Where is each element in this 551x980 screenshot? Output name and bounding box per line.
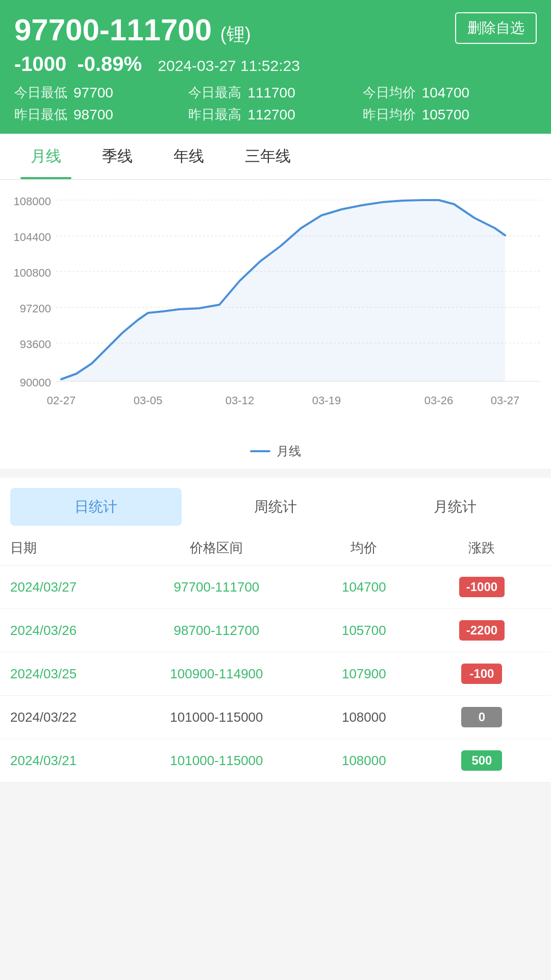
header-top: 97700-111700 (锂) 删除自选 bbox=[14, 12, 537, 47]
change-badge: -2200 bbox=[459, 620, 505, 641]
stat-today-high: 今日最高 111700 bbox=[188, 84, 362, 102]
cell-avg: 104700 bbox=[305, 579, 423, 595]
table-row: 2024/03/25 100900-114900 107900 -100 bbox=[0, 652, 551, 696]
svg-text:03-19: 03-19 bbox=[312, 394, 341, 407]
chart-legend: 月线 bbox=[5, 435, 546, 463]
change-badge: 0 bbox=[461, 707, 502, 727]
cell-range: 101000-115000 bbox=[128, 709, 305, 725]
change-value: -1000 bbox=[14, 53, 66, 75]
tab-yearly[interactable]: 年线 bbox=[153, 134, 224, 179]
cell-range: 101000-115000 bbox=[128, 753, 305, 769]
stat-today-low: 今日最低 97700 bbox=[14, 84, 188, 102]
table-row: 2024/03/21 101000-115000 108000 500 bbox=[0, 739, 551, 782]
table-wrap: 日期 价格区间 均价 涨跌 2024/03/27 97700-111700 10… bbox=[0, 531, 551, 782]
legend-line-icon bbox=[250, 450, 270, 452]
cell-avg: 107900 bbox=[305, 666, 423, 682]
stat-label: 今日均价 bbox=[363, 84, 416, 102]
svg-text:100800: 100800 bbox=[14, 266, 51, 279]
stat-yest-avg: 昨日均价 105700 bbox=[363, 106, 537, 124]
svg-text:03-05: 03-05 bbox=[134, 394, 162, 407]
cell-range: 100900-114900 bbox=[128, 666, 305, 682]
header-change: -1000 -0.89% 2024-03-27 11:52:23 bbox=[14, 53, 537, 76]
tab-monthly[interactable]: 月线 bbox=[10, 134, 82, 179]
stats-tab-monthly[interactable]: 月统计 bbox=[369, 488, 541, 526]
stat-label: 昨日均价 bbox=[363, 106, 416, 124]
header-title: 97700-111700 (锂) bbox=[14, 12, 251, 47]
change-badge: -1000 bbox=[459, 577, 505, 597]
cell-date: 2024/03/25 bbox=[10, 666, 128, 682]
stats-section: 日统计 周统计 月统计 日期 价格区间 均价 涨跌 2024/03/27 977… bbox=[0, 478, 551, 782]
cell-avg: 108000 bbox=[305, 709, 423, 725]
legend-label: 月线 bbox=[277, 443, 301, 459]
cell-date: 2024/03/22 bbox=[10, 709, 128, 725]
chart-svg: 108000 104400 100800 97200 93600 90000 0… bbox=[5, 190, 546, 435]
table-row: 2024/03/22 101000-115000 108000 0 bbox=[0, 696, 551, 739]
stat-value: 98700 bbox=[73, 107, 113, 123]
stat-value: 104700 bbox=[422, 85, 469, 101]
price-range: 97700-111700 bbox=[14, 13, 212, 47]
delete-button[interactable]: 删除自选 bbox=[455, 12, 537, 44]
stats-tab-daily[interactable]: 日统计 bbox=[10, 488, 182, 526]
stat-yest-low: 昨日最低 98700 bbox=[14, 106, 188, 124]
svg-text:108000: 108000 bbox=[14, 195, 51, 208]
chart-fill bbox=[61, 200, 505, 381]
stat-value: 112700 bbox=[247, 107, 295, 123]
cell-change: 0 bbox=[423, 707, 541, 727]
cell-date: 2024/03/26 bbox=[10, 623, 128, 639]
col-date: 日期 bbox=[10, 539, 128, 557]
svg-text:03-27: 03-27 bbox=[491, 394, 519, 407]
datetime: 2024-03-27 11:52:23 bbox=[158, 57, 300, 74]
table-row: 2024/03/27 97700-111700 104700 -1000 bbox=[0, 566, 551, 609]
table-row: 2024/03/26 98700-112700 105700 -2200 bbox=[0, 609, 551, 652]
stat-yest-high: 昨日最高 112700 bbox=[188, 106, 362, 124]
header-stats: 今日最低 97700 今日最高 111700 今日均价 104700 昨日最低 … bbox=[14, 84, 537, 124]
svg-text:93600: 93600 bbox=[20, 338, 51, 351]
header: 97700-111700 (锂) 删除自选 -1000 -0.89% 2024-… bbox=[0, 0, 551, 134]
cell-range: 98700-112700 bbox=[128, 623, 305, 639]
col-change: 涨跌 bbox=[423, 539, 541, 557]
cell-range: 97700-111700 bbox=[128, 579, 305, 595]
cell-date: 2024/03/27 bbox=[10, 579, 128, 595]
svg-text:97200: 97200 bbox=[20, 302, 51, 315]
stat-value: 97700 bbox=[73, 85, 113, 101]
stat-label: 昨日最低 bbox=[14, 106, 67, 124]
tab-quarterly[interactable]: 季线 bbox=[82, 134, 153, 179]
cell-avg: 108000 bbox=[305, 753, 423, 769]
cell-change: -2200 bbox=[423, 620, 541, 641]
cell-change: -1000 bbox=[423, 577, 541, 597]
cell-change: 500 bbox=[423, 750, 541, 771]
stats-tab-weekly[interactable]: 周统计 bbox=[190, 488, 361, 526]
col-avg: 均价 bbox=[305, 539, 423, 557]
table-header: 日期 价格区间 均价 涨跌 bbox=[0, 531, 551, 566]
svg-text:02-27: 02-27 bbox=[47, 394, 76, 407]
chart-container: 108000 104400 100800 97200 93600 90000 0… bbox=[0, 180, 551, 469]
change-badge: 500 bbox=[461, 750, 502, 771]
svg-text:104400: 104400 bbox=[14, 231, 51, 243]
chart-tabs: 月线 季线 年线 三年线 bbox=[0, 134, 551, 180]
cell-change: -100 bbox=[423, 664, 541, 684]
stat-label: 昨日最高 bbox=[188, 106, 241, 124]
svg-text:03-12: 03-12 bbox=[226, 394, 254, 407]
svg-text:03-26: 03-26 bbox=[424, 394, 453, 407]
change-badge: -100 bbox=[461, 664, 502, 684]
unit-label: (锂) bbox=[220, 23, 251, 44]
stat-label: 今日最高 bbox=[188, 84, 241, 102]
stat-label: 今日最低 bbox=[14, 84, 67, 102]
stats-tabs: 日统计 周统计 月统计 bbox=[0, 478, 551, 526]
cell-avg: 105700 bbox=[305, 623, 423, 639]
svg-text:90000: 90000 bbox=[20, 376, 51, 389]
change-pct: -0.89% bbox=[77, 53, 142, 75]
col-range: 价格区间 bbox=[128, 539, 305, 557]
stat-value: 105700 bbox=[422, 107, 469, 123]
tab-3yearly[interactable]: 三年线 bbox=[224, 134, 311, 179]
stat-today-avg: 今日均价 104700 bbox=[363, 84, 537, 102]
chart-wrap: 108000 104400 100800 97200 93600 90000 0… bbox=[5, 190, 546, 435]
cell-date: 2024/03/21 bbox=[10, 753, 128, 769]
stat-value: 111700 bbox=[247, 85, 295, 101]
